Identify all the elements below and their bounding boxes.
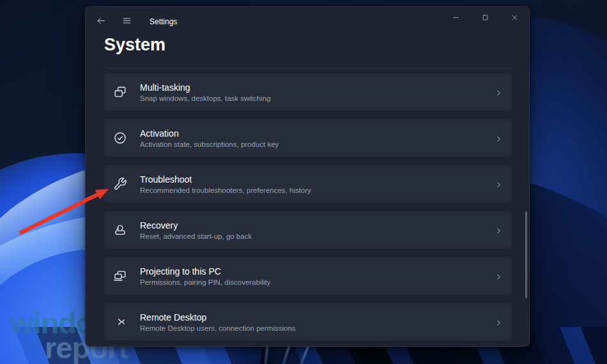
close-icon bbox=[511, 12, 518, 24]
titlebar: Settings bbox=[86, 7, 529, 36]
setting-description: Snap windows, desktops, task switching bbox=[140, 95, 271, 102]
maximize-button[interactable] bbox=[470, 7, 500, 29]
window-controls bbox=[441, 7, 529, 29]
setting-description: Permissions, pairing PIN, discoverabilit… bbox=[140, 278, 271, 286]
settings-item-troubleshoot[interactable]: Troubleshoot Recommended troubleshooters… bbox=[104, 165, 512, 202]
header-divider bbox=[104, 68, 512, 68]
back-icon bbox=[96, 16, 106, 28]
back-button[interactable] bbox=[91, 12, 111, 31]
recovery-icon bbox=[113, 223, 127, 237]
settings-list: Multi-tasking Snap windows, desktops, ta… bbox=[104, 73, 512, 340]
chevron-right-icon bbox=[495, 226, 503, 234]
scrollbar-thumb[interactable] bbox=[525, 211, 527, 298]
projecting-icon bbox=[113, 269, 127, 283]
troubleshoot-icon bbox=[113, 177, 127, 191]
setting-label: Remote Desktop bbox=[140, 312, 296, 322]
navigation-menu-button[interactable] bbox=[116, 12, 137, 31]
app-title: Settings bbox=[150, 17, 177, 26]
minimize-button[interactable] bbox=[441, 7, 470, 29]
chevron-right-icon bbox=[495, 318, 503, 326]
settings-item-multitasking[interactable]: Multi-tasking Snap windows, desktops, ta… bbox=[104, 73, 512, 110]
multitask-icon bbox=[113, 85, 127, 99]
menu-icon bbox=[122, 16, 132, 28]
setting-description: Activation state, subscriptions, product… bbox=[140, 140, 279, 148]
minimize-icon bbox=[452, 12, 459, 24]
close-button[interactable] bbox=[500, 7, 529, 29]
settings-window: Settings System Multi-tasking Snap windo… bbox=[85, 6, 530, 347]
setting-label: Troubleshoot bbox=[140, 174, 311, 185]
chevron-right-icon bbox=[495, 88, 503, 96]
setting-description: Remote Desktop users, connection permiss… bbox=[140, 324, 296, 332]
chevron-right-icon bbox=[495, 134, 503, 142]
maximize-icon bbox=[482, 12, 489, 24]
settings-item-projecting[interactable]: Projecting to this PC Permissions, pairi… bbox=[104, 257, 512, 294]
setting-label: Activation bbox=[140, 128, 279, 139]
chevron-right-icon bbox=[495, 180, 503, 188]
setting-description: Reset, advanced start-up, go back bbox=[140, 232, 252, 240]
page-title: System bbox=[104, 35, 165, 55]
settings-item-recovery[interactable]: Recovery Reset, advanced start-up, go ba… bbox=[104, 211, 512, 248]
setting-label: Projecting to this PC bbox=[140, 266, 271, 277]
settings-item-remote-desktop[interactable]: Remote Desktop Remote Desktop users, con… bbox=[104, 303, 512, 340]
remote-desktop-icon bbox=[113, 315, 127, 329]
chevron-right-icon bbox=[495, 272, 503, 280]
setting-label: Multi-tasking bbox=[140, 82, 271, 93]
titlebar-left: Settings bbox=[86, 7, 177, 36]
settings-item-activation[interactable]: Activation Activation state, subscriptio… bbox=[104, 119, 512, 156]
setting-description: Recommended troubleshooters, preferences… bbox=[140, 186, 311, 194]
activation-icon bbox=[113, 131, 127, 145]
setting-label: Recovery bbox=[140, 220, 252, 231]
